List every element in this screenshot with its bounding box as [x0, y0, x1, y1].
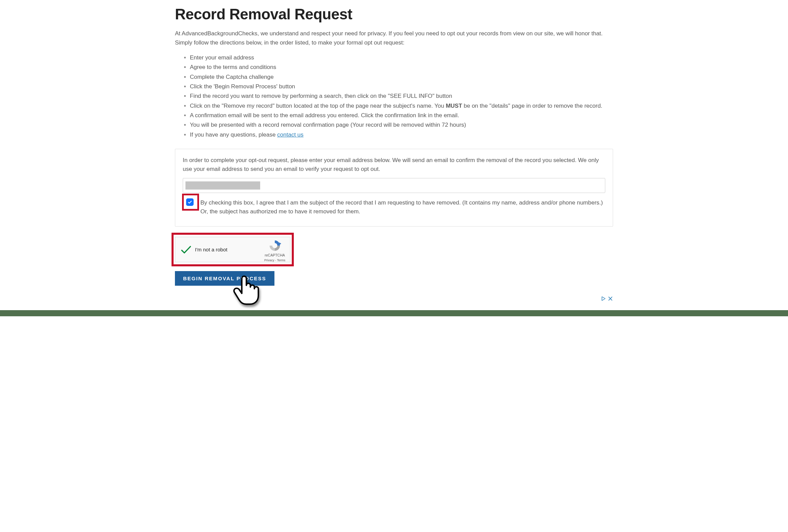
recaptcha-logo-icon: [268, 239, 281, 252]
close-ad-icon[interactable]: [608, 296, 613, 303]
footer-bar: [0, 310, 788, 316]
captcha-label: I'm not a robot: [195, 246, 227, 253]
step-text: Click on the "Remove my record" button l…: [190, 103, 446, 109]
optout-form: In order to complete your opt-out reques…: [175, 149, 613, 227]
consent-text: By checking this box, I agree that I am …: [200, 199, 603, 215]
captcha-branding: reCAPTCHA Privacy - Terms: [263, 239, 287, 263]
consent-row: By checking this box, I agree that I am …: [183, 198, 605, 216]
captcha-check-icon: [180, 244, 192, 255]
step-item: Click the 'Begin Removal Process' button: [190, 82, 613, 91]
step-emphasis: MUST: [446, 103, 462, 109]
captcha-terms-link[interactable]: Terms: [277, 259, 285, 262]
form-intro: In order to complete your opt-out reques…: [183, 156, 605, 174]
check-icon: [187, 200, 192, 205]
captcha-widget[interactable]: I'm not a robot reCAPTCHA Privacy - Term…: [175, 237, 290, 262]
consent-checkbox[interactable]: [186, 198, 194, 206]
steps-list: Enter your email address Agree to the te…: [175, 53, 613, 139]
step-item: Agree to the terms and conditions: [190, 63, 613, 72]
step-item: Click on the "Remove my record" button l…: [190, 102, 613, 110]
begin-removal-button[interactable]: BEGIN REMOVAL PROCESS: [175, 271, 274, 286]
step-text: If you have any questions, please: [190, 131, 277, 138]
step-item: Enter your email address: [190, 53, 613, 62]
step-text: be on the "details" page in order to rem…: [462, 103, 603, 109]
ad-controls: [601, 296, 613, 303]
redacted-value: [185, 181, 260, 190]
adchoices-icon[interactable]: [601, 296, 606, 303]
step-item: Complete the Captcha challenge: [190, 73, 613, 82]
page-title: Record Removal Request: [175, 3, 613, 26]
contact-us-link[interactable]: contact us: [277, 131, 304, 138]
step-item: You will be presented with a record remo…: [190, 121, 613, 129]
begin-area: BEGIN REMOVAL PROCESS: [175, 271, 613, 286]
captcha-privacy-link[interactable]: Privacy: [264, 259, 274, 262]
step-item: A confirmation email will be sent to the…: [190, 111, 613, 120]
svg-marker-0: [279, 243, 281, 245]
step-item: If you have any questions, please contac…: [190, 130, 613, 139]
step-item: Find the record you want to remove by pe…: [190, 92, 613, 101]
captcha-brand: reCAPTCHA: [263, 252, 287, 258]
intro-text: At AdvancedBackgroundChecks, we understa…: [175, 29, 613, 47]
